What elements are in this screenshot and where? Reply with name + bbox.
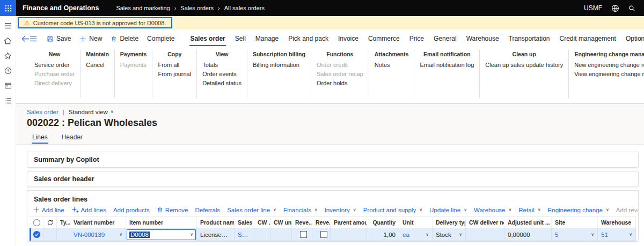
back-button[interactable] bbox=[21, 32, 30, 46]
cell-sel[interactable] bbox=[30, 228, 43, 241]
cell-rev2[interactable] bbox=[312, 228, 331, 241]
sidebar-modules-button[interactable] bbox=[2, 96, 14, 106]
engineering-change-button[interactable]: Engineering change∨ bbox=[548, 207, 609, 213]
ribbon-item-billing-information[interactable]: Billing information bbox=[253, 61, 305, 70]
delete-button[interactable]: Delete bbox=[106, 29, 143, 48]
breadcrumb-item-all-sales-orders[interactable]: All sales orders bbox=[224, 5, 265, 11]
ribbon-tab-credit-management[interactable]: Credit management bbox=[555, 29, 621, 48]
column-header-rev1[interactable]: Reve... bbox=[292, 217, 312, 228]
product-and-supply-button[interactable]: Product and supply∨ bbox=[363, 207, 422, 213]
column-header-qty[interactable]: Quantity bbox=[367, 217, 399, 228]
tab-lines[interactable]: Lines bbox=[27, 132, 53, 145]
column-header-refresh[interactable] bbox=[43, 217, 57, 228]
save-button[interactable]: Save bbox=[42, 29, 75, 48]
column-header-sel[interactable] bbox=[30, 217, 43, 228]
add-products-button[interactable]: Add products bbox=[113, 207, 150, 213]
column-header-variant[interactable]: Variant number bbox=[70, 217, 126, 228]
retail-button[interactable]: Retail∨ bbox=[518, 207, 540, 213]
cell-variant[interactable]: VN-000139∨ bbox=[70, 228, 126, 241]
new-button[interactable]: New bbox=[75, 29, 106, 48]
remove-button[interactable]: Remove bbox=[157, 206, 188, 213]
warehouse-button[interactable]: Warehouse∨ bbox=[474, 207, 511, 213]
ribbon-tab-options[interactable]: Options bbox=[621, 29, 644, 48]
breadcrumb-item-sales-and-marketing[interactable]: Sales and marketing bbox=[116, 5, 170, 11]
section-header[interactable]: Summary by Copilot bbox=[27, 152, 638, 167]
cell-cwunit[interactable] bbox=[270, 228, 292, 241]
company-picker-button[interactable] bbox=[611, 4, 619, 12]
add-lines-button[interactable]: Add lines bbox=[71, 206, 106, 213]
cell-rowtype[interactable] bbox=[57, 228, 70, 241]
sidebar-menu-button[interactable] bbox=[2, 21, 14, 31]
ribbon-tab-general[interactable]: General bbox=[429, 29, 462, 48]
rev1-checkbox[interactable] bbox=[300, 231, 307, 238]
app-launcher-button[interactable] bbox=[0, 0, 16, 16]
sales-order-line-button[interactable]: Sales order line∨ bbox=[227, 207, 276, 213]
ribbon-item-from-journal[interactable]: From journal bbox=[158, 70, 191, 79]
ribbon-tab-sell[interactable]: Sell bbox=[230, 29, 251, 48]
sidebar-home-button[interactable] bbox=[2, 36, 14, 46]
section-header[interactable]: Sales order header bbox=[27, 172, 638, 187]
grid-row-selected[interactable]: VN-000139∨D0008∨Licensed Hig...Spea...1,… bbox=[30, 228, 636, 241]
financials-button[interactable]: Financials∨ bbox=[283, 207, 318, 213]
section-header[interactable]: Sales order lines bbox=[27, 191, 638, 206]
cell-unit[interactable]: ea∨ bbox=[399, 228, 433, 241]
rev2-checkbox[interactable] bbox=[320, 231, 327, 238]
column-header-rowtype[interactable]: Ty... bbox=[57, 217, 70, 228]
column-header-site[interactable]: Site bbox=[552, 217, 598, 228]
cell-wh[interactable]: 51∨ bbox=[598, 228, 636, 241]
ribbon-item-notes[interactable]: Notes bbox=[375, 61, 409, 70]
ribbon-item-totals[interactable]: Totals bbox=[202, 61, 241, 70]
cell-dtype[interactable]: Stock∨ bbox=[433, 228, 466, 241]
breadcrumb-item-sales-orders[interactable]: Sales orders bbox=[180, 5, 214, 11]
column-header-cw[interactable]: CW ... bbox=[254, 217, 270, 228]
nav-toggle-button[interactable] bbox=[30, 32, 37, 46]
ribbon-item-order-events[interactable]: Order events bbox=[202, 70, 241, 79]
cell-adjunit[interactable]: 0,00000 bbox=[504, 228, 552, 241]
ribbon-item-detailed-status[interactable]: Detailed status bbox=[202, 79, 241, 88]
ribbon-item-service-order[interactable]: Service order bbox=[34, 61, 75, 70]
app-title[interactable]: Finance and Operations bbox=[16, 4, 108, 12]
cell-salescat[interactable]: Spea... bbox=[235, 228, 254, 241]
cell-site[interactable]: 5∨ bbox=[552, 228, 598, 241]
sidebar-star-button[interactable] bbox=[2, 51, 14, 61]
column-header-dtype[interactable]: Delivery type bbox=[433, 217, 466, 228]
tab-header[interactable]: Header bbox=[56, 132, 88, 145]
column-header-wh[interactable]: Warehouse bbox=[598, 217, 636, 228]
cell-refresh[interactable] bbox=[43, 228, 57, 241]
inventory-button[interactable]: Inventory∨ bbox=[325, 207, 356, 213]
column-header-cwunit[interactable]: CW unit bbox=[270, 217, 292, 228]
ribbon-tab-commerce[interactable]: Commerce bbox=[363, 29, 405, 48]
column-header-unit[interactable]: Unit bbox=[399, 217, 433, 228]
sidebar-clock-button[interactable] bbox=[2, 66, 14, 76]
cell-parent[interactable] bbox=[331, 228, 367, 241]
ribbon-item-email-notification-log[interactable]: Email notification log bbox=[420, 61, 474, 70]
sidebar-workspaces-button[interactable] bbox=[2, 81, 14, 91]
topbar-search-button[interactable] bbox=[628, 5, 635, 12]
ribbon-item-order-holds[interactable]: Order holds bbox=[317, 79, 363, 88]
cell-rev1[interactable] bbox=[292, 228, 312, 241]
cell-cwnow[interactable] bbox=[466, 228, 504, 241]
deferrals-button[interactable]: Deferrals bbox=[195, 207, 220, 213]
column-header-salescat[interactable]: Sales ... bbox=[235, 217, 254, 228]
ribbon-tab-price[interactable]: Price bbox=[405, 29, 429, 48]
ribbon-tab-invoice[interactable]: Invoice bbox=[333, 29, 363, 48]
column-header-product[interactable]: Product name bbox=[197, 217, 235, 228]
cell-item[interactable]: D0008∨ bbox=[126, 228, 197, 241]
ribbon-item-view-engineering-change-requests[interactable]: View engineering change requests bbox=[574, 70, 644, 79]
ribbon-tab-transportation[interactable]: Transportation bbox=[504, 29, 555, 48]
column-header-adjunit[interactable]: Adjusted unit ... bbox=[504, 217, 552, 228]
ribbon-tab-sales-order[interactable]: Sales order bbox=[185, 29, 230, 48]
cell-product[interactable]: Licensed Hig... bbox=[197, 228, 235, 241]
ribbon-tab-pick-and-pack[interactable]: Pick and pack bbox=[283, 29, 333, 48]
add-line-button[interactable]: Add line bbox=[33, 206, 64, 213]
company-badge[interactable]: USMF bbox=[584, 4, 602, 12]
column-header-cwnow[interactable]: CW deliver now bbox=[466, 217, 504, 228]
ribbon-item-cancel[interactable]: Cancel bbox=[86, 61, 109, 70]
ribbon-item-new-engineering-change-request[interactable]: New engineering change request bbox=[574, 61, 644, 70]
ribbon-item-clean-up-sales-update-history[interactable]: Clean up sales update history bbox=[485, 61, 563, 70]
item-number-input[interactable]: D0008∨ bbox=[127, 229, 196, 240]
record-type-link[interactable]: Sales order bbox=[27, 109, 58, 115]
column-header-parent[interactable]: Parent amount bbox=[331, 217, 367, 228]
view-selector[interactable]: Standard view ∨ bbox=[69, 109, 114, 115]
warning-message[interactable]: ⚠ Customer code US-013 is not approved f… bbox=[18, 17, 172, 28]
